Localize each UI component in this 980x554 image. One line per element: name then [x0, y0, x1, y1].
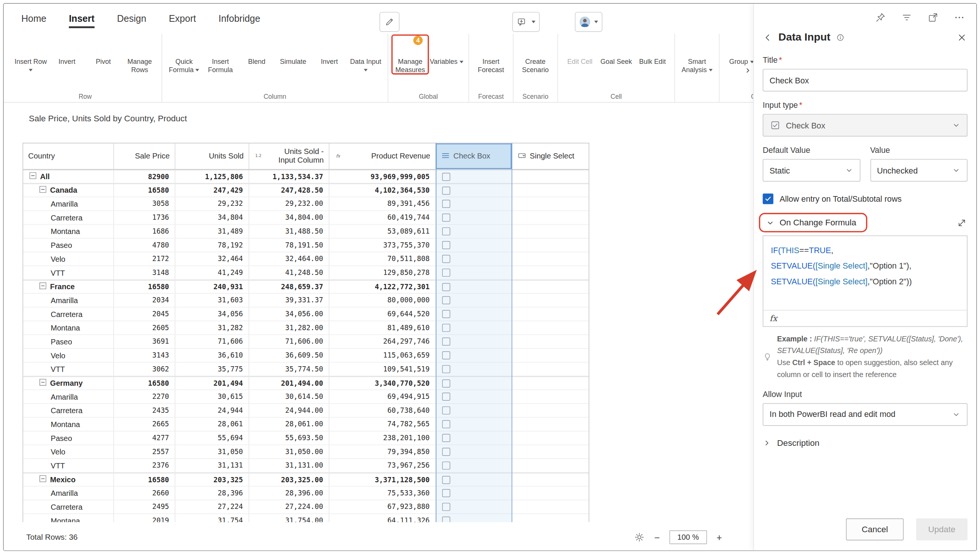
row-checkbox[interactable]	[442, 255, 450, 263]
value-cell[interactable]: 264,297,746	[329, 335, 436, 348]
ribbon-button-goal-seek[interactable]: Goal Seek	[598, 36, 635, 65]
value-cell[interactable]: 4,122,772,301	[329, 280, 436, 293]
row-checkbox[interactable]	[442, 448, 450, 456]
row-checkbox[interactable]	[442, 324, 450, 332]
value-cell[interactable]: 69,644,520	[329, 307, 436, 321]
row-checkbox[interactable]	[442, 476, 450, 484]
value-cell[interactable]: 3691	[114, 335, 175, 348]
column-header-units-sold[interactable]: Units Sold	[175, 143, 250, 169]
value-cell[interactable]: 16580	[114, 473, 175, 486]
row-label-cell[interactable]: Montana	[23, 321, 114, 334]
row-label-cell[interactable]: Montana	[23, 224, 114, 238]
value-cell[interactable]: 55,694	[175, 431, 250, 445]
checkbox-cell[interactable]	[436, 266, 512, 279]
row-label-cell[interactable]: Paseo	[23, 335, 114, 348]
row-label-cell[interactable]: Mexico	[23, 473, 114, 486]
single-select-cell[interactable]	[512, 500, 590, 513]
add-annotation-button[interactable]	[512, 12, 540, 32]
value-cell[interactable]: 36,609.50	[250, 349, 329, 362]
tab-infobridge[interactable]: Infobridge	[219, 13, 260, 23]
value-cell[interactable]: 34,056	[175, 307, 250, 321]
column-header-single-select[interactable]: Single Select	[512, 143, 590, 169]
table-row[interactable]: Paseo369171,60671,606.00264,297,746	[23, 335, 589, 349]
value-cell[interactable]: 2435	[114, 404, 175, 417]
value-cell[interactable]: 41,248.50	[250, 266, 329, 279]
value-cell[interactable]: 31,489	[175, 224, 250, 238]
row-label-cell[interactable]: Paseo	[23, 431, 114, 445]
zoom-level[interactable]: 100 %	[669, 530, 707, 544]
checkbox-cell[interactable]	[436, 252, 512, 266]
value-cell[interactable]: 27,224.00	[250, 500, 329, 513]
value-cell[interactable]: 55,693.50	[250, 431, 329, 445]
table-row[interactable]: Montana201931,75431,754.0064,111,326	[23, 514, 589, 522]
row-label-cell[interactable]: Paseo	[23, 239, 114, 252]
table-row[interactable]: Paseo427755,69455,693.50238,201,100	[23, 431, 589, 446]
value-cell[interactable]: 27,224	[175, 500, 250, 513]
table-row[interactable]: Montana260531,28231,282.0081,489,610	[23, 321, 589, 335]
value-cell[interactable]: 2557	[114, 445, 175, 458]
value-cell[interactable]: 67,923,880	[329, 500, 436, 513]
value-cell[interactable]: 39,331.37	[250, 294, 329, 307]
checkbox-cell[interactable]	[436, 349, 512, 362]
row-label-cell[interactable]: VTT	[23, 363, 114, 376]
value-cell[interactable]: 31,754	[175, 514, 250, 522]
value-cell[interactable]: 28,061	[175, 418, 250, 431]
ribbon-button-insert-row[interactable]: Insert Row	[13, 36, 49, 73]
single-select-cell[interactable]	[512, 445, 590, 458]
row-label-cell[interactable]: VTT	[23, 266, 114, 279]
single-select-cell[interactable]	[512, 170, 590, 183]
row-label-cell[interactable]: Carretera	[23, 404, 114, 417]
collapse-icon[interactable]	[29, 172, 36, 181]
row-checkbox[interactable]	[442, 462, 450, 470]
value-cell[interactable]: 2605	[114, 321, 175, 334]
ribbon-button-manage-measures[interactable]: 4Manage Measures	[392, 36, 429, 73]
single-select-cell[interactable]	[512, 224, 590, 238]
title-input[interactable]	[763, 69, 967, 91]
ribbon-button-quick-formula[interactable]: Quick Formula	[166, 36, 202, 73]
value-cell[interactable]: 71,606	[175, 335, 250, 348]
single-select-cell[interactable]	[512, 459, 590, 472]
table-row[interactable]: Amarilla266028,39628,396.0075,533,360	[23, 486, 589, 500]
value-cell[interactable]: 1,125,806	[175, 170, 250, 183]
value-cell[interactable]: 129,850,278	[329, 266, 436, 279]
value-cell[interactable]: 2172	[114, 252, 175, 266]
ribbon-button-simulate[interactable]: Simulate	[275, 36, 312, 65]
row-checkbox[interactable]	[442, 365, 450, 373]
ribbon-button-pivot[interactable]: Pivot	[85, 36, 122, 65]
value-cell[interactable]: 31,488.50	[250, 224, 329, 238]
value-cell[interactable]: 4277	[114, 431, 175, 445]
input-type-dropdown[interactable]: Check Box	[763, 114, 967, 136]
collapse-icon[interactable]	[40, 186, 46, 194]
single-select-cell[interactable]	[512, 431, 590, 445]
value-cell[interactable]: 247,428.50	[250, 184, 329, 196]
row-checkbox[interactable]	[442, 406, 450, 415]
checkbox-cell[interactable]	[436, 459, 512, 472]
ribbon-button-edit-cell[interactable]: Edit Cell	[562, 36, 598, 65]
checkbox-cell[interactable]	[436, 280, 512, 293]
value-cell[interactable]: 74,782,565	[329, 418, 436, 431]
checkbox-cell[interactable]	[436, 197, 512, 210]
allow-entry-checkbox[interactable]	[763, 193, 773, 204]
row-label-cell[interactable]: Carretera	[23, 211, 114, 224]
value-cell[interactable]: 81,489,610	[329, 321, 436, 334]
value-cell[interactable]: 2034	[114, 294, 175, 307]
table-row[interactable]: Carretera204534,05634,056.0069,644,520	[23, 307, 589, 322]
value-cell[interactable]: 2376	[114, 459, 175, 472]
value-cell[interactable]: 3148	[114, 266, 175, 279]
single-select-cell[interactable]	[512, 239, 590, 252]
info-icon[interactable]	[836, 33, 845, 42]
value-cell[interactable]: 24,944	[175, 404, 250, 417]
table-row[interactable]: Mexico16580203,325203,325.003,371,128,50…	[23, 473, 589, 487]
value-dropdown[interactable]: Unchecked	[870, 159, 967, 181]
collapse-icon[interactable]	[40, 475, 46, 484]
single-select-cell[interactable]	[512, 486, 590, 500]
value-cell[interactable]: 31,282	[175, 321, 250, 334]
single-select-cell[interactable]	[512, 514, 590, 522]
value-cell[interactable]: 31,050.00	[250, 445, 329, 458]
ribbon-overflow-chevron[interactable]: ›	[746, 64, 749, 76]
focus-mode-icon[interactable]	[928, 12, 939, 23]
value-cell[interactable]: 16580	[114, 280, 175, 293]
formula-editor[interactable]: IF(THIS==TRUE,SETVALUE([Single Select],"…	[763, 236, 967, 327]
description-toggle[interactable]: Description	[763, 438, 967, 447]
allow-input-dropdown[interactable]: In both PowerBI read and edit mod	[763, 403, 967, 425]
